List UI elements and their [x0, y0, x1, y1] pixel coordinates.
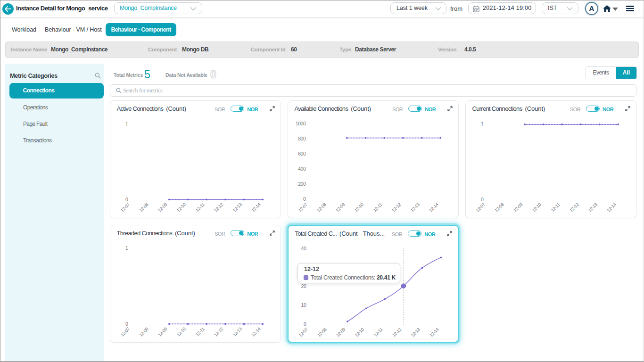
svg-text:12-08: 12-08 [138, 326, 149, 337]
svg-text:1: 1 [125, 245, 128, 251]
svg-text:12-08: 12-08 [316, 202, 327, 213]
svg-text:40: 40 [301, 246, 306, 251]
svg-text:12-12: 12-12 [391, 327, 403, 338]
svg-text:800: 800 [298, 136, 306, 141]
svg-text:12-07: 12-07 [475, 202, 486, 213]
svg-text:12-09: 12-09 [157, 326, 168, 337]
svg-text:12-08: 12-08 [494, 202, 505, 213]
svg-text:12-10: 12-10 [353, 202, 364, 213]
svg-text:12-07: 12-07 [119, 202, 131, 213]
svg-text:10: 10 [301, 302, 306, 308]
svg-text:12-13: 12-13 [231, 202, 243, 213]
svg-text:12-13: 12-13 [409, 202, 421, 213]
svg-text:400: 400 [298, 166, 306, 172]
svg-text:12-14: 12-14 [429, 327, 440, 338]
svg-text:12-11: 12-11 [550, 202, 561, 213]
svg-text:12-09: 12-09 [335, 327, 347, 338]
svg-text:12-10: 12-10 [175, 326, 187, 337]
svg-text:12-13: 12-13 [231, 326, 243, 337]
svg-text:12-11: 12-11 [372, 202, 383, 213]
svg-text:12-10: 12-10 [531, 202, 542, 213]
svg-text:12-07: 12-07 [297, 327, 309, 338]
svg-text:12-14: 12-14 [250, 326, 262, 337]
svg-text:12-14: 12-14 [606, 202, 617, 213]
svg-text:12-13: 12-13 [587, 202, 598, 213]
svg-text:12-12: 12-12 [213, 202, 224, 213]
svg-text:1: 1 [481, 121, 484, 126]
svg-text:12-14: 12-14 [250, 202, 262, 213]
svg-text:12-09: 12-09 [157, 202, 168, 213]
svg-text:1: 1 [125, 121, 128, 126]
svg-text:0: 0 [125, 321, 128, 327]
svg-text:0: 0 [304, 321, 306, 327]
svg-text:12-12: 12-12 [391, 202, 402, 213]
svg-text:12-10: 12-10 [354, 327, 365, 338]
svg-text:12-10: 12-10 [175, 202, 187, 213]
svg-text:12-09: 12-09 [335, 202, 346, 213]
svg-text:12-11: 12-11 [194, 326, 205, 337]
svg-text:0: 0 [481, 197, 484, 202]
svg-text:200: 200 [298, 181, 306, 187]
svg-text:12-07: 12-07 [119, 326, 131, 337]
svg-text:12-13: 12-13 [410, 327, 421, 338]
svg-text:1000: 1000 [296, 121, 306, 126]
svg-text:12-08: 12-08 [138, 202, 149, 213]
svg-text:12-14: 12-14 [428, 202, 439, 213]
svg-text:0: 0 [303, 196, 306, 202]
svg-text:12-12: 12-12 [569, 202, 580, 213]
svg-text:20: 20 [301, 283, 306, 289]
svg-text:12-09: 12-09 [512, 202, 524, 213]
svg-text:12-11: 12-11 [372, 327, 383, 337]
svg-text:0: 0 [125, 197, 128, 202]
svg-text:12-07: 12-07 [297, 202, 308, 213]
svg-text:12-12: 12-12 [213, 326, 224, 337]
svg-text:12-11: 12-11 [194, 202, 205, 213]
svg-text:600: 600 [298, 151, 306, 156]
svg-text:12-08: 12-08 [316, 327, 328, 338]
